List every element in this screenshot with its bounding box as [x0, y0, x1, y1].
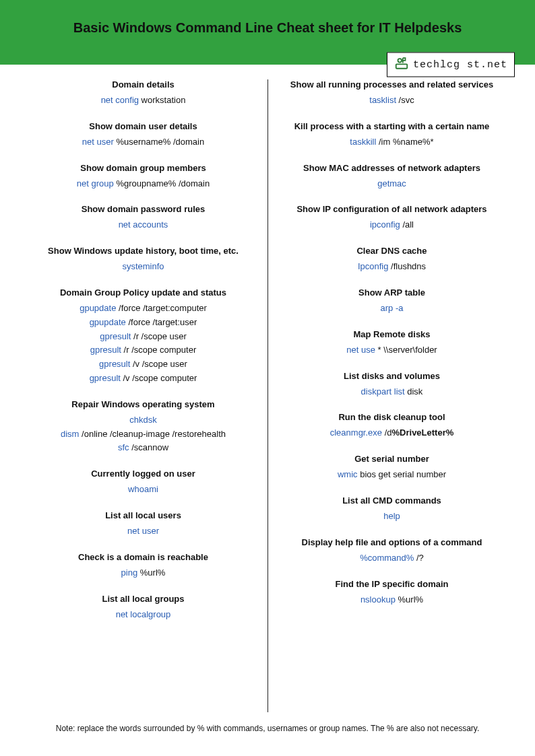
left-column: Domain detailsnet config workstationShow… [29, 79, 258, 712]
cheat-entry: List disks and volumesdiskpart list disk [290, 371, 495, 399]
command-line: sfc /scannow [41, 441, 246, 455]
entry-title: Currently logged on user [41, 469, 246, 479]
cheat-entry: Domain Group Policy update and statusgpu… [41, 287, 246, 386]
command-keyword: net config [101, 95, 139, 105]
command-keyword: wmic [338, 469, 358, 479]
command-arg: /r /scope computer [121, 345, 196, 355]
entry-title: Display help file and options of a comma… [290, 537, 495, 547]
command-line: gpresult /r /scope computer [41, 343, 246, 357]
command-keyword: nslookup [360, 594, 396, 605]
cheat-entry: Show domain password rulesnet accounts [41, 204, 246, 232]
cheat-entry: Check is a domain is reachableping %url% [41, 552, 246, 580]
command-arg: /v /scope user [130, 359, 187, 369]
column-divider [268, 79, 268, 712]
cheat-entry: List all CMD commandshelp [290, 495, 495, 524]
entry-title: List disks and volumes [290, 371, 495, 381]
command-line: getmac [290, 177, 495, 191]
command-keyword: taskkill [350, 137, 376, 147]
command-keyword: tasklist [369, 95, 396, 105]
svg-point-1 [398, 59, 402, 63]
command-line: gpresult /v /scope computer [41, 372, 246, 386]
svg-rect-0 [396, 64, 408, 68]
entry-title: Show domain password rules [41, 204, 246, 214]
command-keyword: net use [346, 345, 375, 355]
entry-title: Show domain group members [41, 163, 246, 173]
command-line: net user %username% /domain [41, 135, 246, 149]
logo-text: techlcg st.net [413, 59, 507, 71]
command-keyword: net user [127, 526, 159, 536]
command-arg: workstation [139, 95, 185, 105]
command-line: chkdsk [41, 413, 246, 427]
cheat-entry: Find the IP specific domainnslookup %url… [290, 579, 495, 607]
cheat-entry: Kill process with a starting with a cert… [290, 121, 495, 149]
command-line: %command% /? [290, 551, 495, 565]
entry-title: Repair Windows operating system [41, 399, 246, 409]
cheat-entry: Show all running processes and related s… [290, 79, 495, 108]
cheat-entry: Run the disk cleanup toolcleanmgr.exe /d… [290, 412, 495, 440]
command-keyword: %command% [360, 553, 414, 563]
cheat-entry: Map Remote disksnet use * \\server\folde… [290, 329, 495, 357]
entry-title: Find the IP specific domain [290, 579, 495, 589]
command-arg: /svc [396, 95, 414, 105]
command-arg: %url% [396, 594, 423, 605]
command-arg: bios get serial number [358, 469, 447, 479]
command-line: gpupdate /force /target:user [41, 316, 246, 330]
command-arg: /im %name%* [376, 137, 433, 147]
right-column: Show all running processes and related s… [278, 79, 507, 712]
command-keyword: arp -a [381, 303, 404, 313]
command-keyword: gpresult [100, 331, 131, 341]
command-line: ping %url% [41, 566, 246, 580]
entry-title: Map Remote disks [290, 329, 495, 339]
entry-title: Clear DNS cache [290, 246, 495, 256]
entry-title: Domain details [41, 79, 246, 90]
content-area: Domain detailsnet config workstationShow… [0, 65, 535, 712]
command-line: ipconfig /all [290, 218, 495, 232]
command-arg: %url% [137, 568, 165, 578]
entry-title: Show domain user details [41, 121, 246, 131]
command-line: help [290, 510, 495, 524]
cheat-entry: Display help file and options of a comma… [290, 537, 495, 565]
command-arg: /all [400, 219, 414, 230]
cheat-entry: Currently logged on userwhoami [41, 469, 246, 497]
cheat-entry: Get serial numberwmic bios get serial nu… [290, 454, 495, 482]
command-line: systeminfo [41, 260, 246, 274]
cheat-entry: Clear DNS cacheIpconfig /flushdns [290, 246, 495, 274]
command-line: dism /online /cleanup-image /restoreheal… [41, 427, 246, 442]
entry-title: List all local groups [41, 594, 246, 604]
command-keyword: ping [121, 568, 138, 578]
command-line: net config workstation [41, 94, 246, 108]
command-arg: /? [414, 553, 423, 563]
entry-title: List all local users [41, 510, 246, 520]
command-keyword: gpresult [90, 345, 121, 355]
entry-title: Show Windows update history, boot time, … [41, 246, 246, 256]
cheat-entry: Show MAC addresses of network adaptersge… [290, 163, 495, 191]
command-arg: /d [382, 427, 391, 438]
command-arg: * \\server\folder [375, 345, 437, 355]
command-arg: %DriveLetter% [392, 427, 454, 438]
command-line: Ipconfig /flushdns [290, 260, 495, 274]
command-arg: %groupname% /domain [114, 178, 210, 188]
command-line: net user [41, 524, 246, 539]
cheat-entry: List all local usersnet user [41, 510, 246, 539]
command-keyword: diskpart list [361, 386, 405, 397]
command-arg: /online /cleanup-image /restorehealth [79, 429, 226, 439]
command-keyword: gpupdate [90, 317, 126, 327]
command-keyword: whoami [128, 484, 158, 494]
command-line: whoami [41, 483, 246, 497]
cheat-entry: Domain detailsnet config workstation [41, 79, 246, 108]
command-arg: disk [405, 386, 423, 397]
command-line: cleanmgr.exe /d%DriveLetter% [290, 426, 495, 440]
cheat-entry: Repair Windows operating systemchkdskdis… [41, 399, 246, 455]
command-arg: /v /scope computer [121, 373, 197, 383]
command-line: gpresult /r /scope user [41, 330, 246, 344]
command-line: tasklist /svc [290, 94, 495, 108]
command-arg: /scannow [129, 442, 169, 452]
command-arg: /flushdns [388, 261, 426, 271]
command-arg: /force /target:computer [116, 303, 206, 313]
command-line: gpresult /v /scope user [41, 357, 246, 372]
command-keyword: getmac [377, 178, 406, 188]
entry-title: Show MAC addresses of network adapters [290, 163, 495, 173]
command-line: arp -a [290, 302, 495, 316]
cheat-entry: Show ARP tablearp -a [290, 287, 495, 316]
command-keyword: help [383, 511, 400, 521]
